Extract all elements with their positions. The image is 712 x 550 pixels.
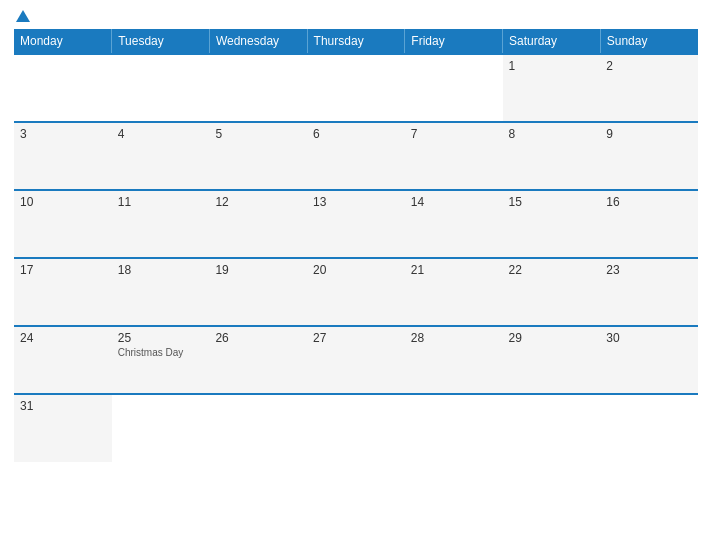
calendar-cell: 24 — [14, 326, 112, 394]
calendar-cell: 19 — [209, 258, 307, 326]
calendar-cell: 27 — [307, 326, 405, 394]
calendar-cell: 11 — [112, 190, 210, 258]
calendar-cell — [405, 394, 503, 462]
calendar-cell — [112, 54, 210, 122]
header — [14, 10, 698, 23]
day-number: 23 — [606, 263, 692, 277]
day-number: 24 — [20, 331, 106, 345]
calendar-week-row: 17181920212223 — [14, 258, 698, 326]
calendar-cell: 9 — [600, 122, 698, 190]
calendar-cell — [503, 394, 601, 462]
calendar-cell: 20 — [307, 258, 405, 326]
day-number: 20 — [313, 263, 399, 277]
day-number: 17 — [20, 263, 106, 277]
calendar-cell — [307, 394, 405, 462]
day-number: 4 — [118, 127, 204, 141]
calendar-week-row: 10111213141516 — [14, 190, 698, 258]
calendar-cell: 31 — [14, 394, 112, 462]
weekday-header-saturday: Saturday — [503, 29, 601, 54]
calendar-cell — [14, 54, 112, 122]
calendar-week-row: 12 — [14, 54, 698, 122]
calendar-cell: 21 — [405, 258, 503, 326]
calendar-cell: 30 — [600, 326, 698, 394]
day-number: 7 — [411, 127, 497, 141]
day-number: 10 — [20, 195, 106, 209]
calendar-week-row: 31 — [14, 394, 698, 462]
day-number: 25 — [118, 331, 204, 345]
day-number: 21 — [411, 263, 497, 277]
calendar-cell: 8 — [503, 122, 601, 190]
calendar-cell: 1 — [503, 54, 601, 122]
weekday-header-tuesday: Tuesday — [112, 29, 210, 54]
calendar-table: MondayTuesdayWednesdayThursdayFridaySatu… — [14, 29, 698, 462]
day-number: 8 — [509, 127, 595, 141]
day-number: 22 — [509, 263, 595, 277]
day-number: 31 — [20, 399, 106, 413]
calendar-cell: 25Christmas Day — [112, 326, 210, 394]
calendar-cell: 4 — [112, 122, 210, 190]
day-number: 6 — [313, 127, 399, 141]
calendar-cell: 16 — [600, 190, 698, 258]
holiday-label: Christmas Day — [118, 347, 204, 358]
day-number: 27 — [313, 331, 399, 345]
day-number: 15 — [509, 195, 595, 209]
logo-triangle-icon — [16, 10, 30, 22]
calendar-page: MondayTuesdayWednesdayThursdayFridaySatu… — [0, 0, 712, 550]
calendar-cell — [209, 54, 307, 122]
day-number: 14 — [411, 195, 497, 209]
weekday-header-sunday: Sunday — [600, 29, 698, 54]
calendar-cell: 28 — [405, 326, 503, 394]
day-number: 11 — [118, 195, 204, 209]
calendar-cell — [307, 54, 405, 122]
weekday-header-thursday: Thursday — [307, 29, 405, 54]
day-number: 28 — [411, 331, 497, 345]
calendar-cell: 17 — [14, 258, 112, 326]
day-number: 26 — [215, 331, 301, 345]
calendar-cell: 14 — [405, 190, 503, 258]
calendar-cell: 15 — [503, 190, 601, 258]
calendar-cell: 12 — [209, 190, 307, 258]
day-number: 1 — [509, 59, 595, 73]
calendar-cell: 18 — [112, 258, 210, 326]
day-number: 9 — [606, 127, 692, 141]
calendar-cell — [112, 394, 210, 462]
day-number: 13 — [313, 195, 399, 209]
calendar-cell: 26 — [209, 326, 307, 394]
calendar-cell: 22 — [503, 258, 601, 326]
calendar-week-row: 3456789 — [14, 122, 698, 190]
calendar-cell — [600, 394, 698, 462]
calendar-cell: 5 — [209, 122, 307, 190]
day-number: 12 — [215, 195, 301, 209]
day-number: 2 — [606, 59, 692, 73]
weekday-header-wednesday: Wednesday — [209, 29, 307, 54]
day-number: 30 — [606, 331, 692, 345]
weekday-header-row: MondayTuesdayWednesdayThursdayFridaySatu… — [14, 29, 698, 54]
day-number: 29 — [509, 331, 595, 345]
calendar-cell: 13 — [307, 190, 405, 258]
day-number: 19 — [215, 263, 301, 277]
calendar-cell: 3 — [14, 122, 112, 190]
logo — [14, 10, 30, 23]
calendar-cell — [405, 54, 503, 122]
calendar-cell: 29 — [503, 326, 601, 394]
calendar-cell: 23 — [600, 258, 698, 326]
calendar-week-row: 2425Christmas Day2627282930 — [14, 326, 698, 394]
calendar-cell: 2 — [600, 54, 698, 122]
day-number: 5 — [215, 127, 301, 141]
weekday-header-monday: Monday — [14, 29, 112, 54]
calendar-cell: 6 — [307, 122, 405, 190]
calendar-cell: 10 — [14, 190, 112, 258]
weekday-header-friday: Friday — [405, 29, 503, 54]
calendar-cell: 7 — [405, 122, 503, 190]
day-number: 16 — [606, 195, 692, 209]
calendar-cell — [209, 394, 307, 462]
day-number: 3 — [20, 127, 106, 141]
day-number: 18 — [118, 263, 204, 277]
